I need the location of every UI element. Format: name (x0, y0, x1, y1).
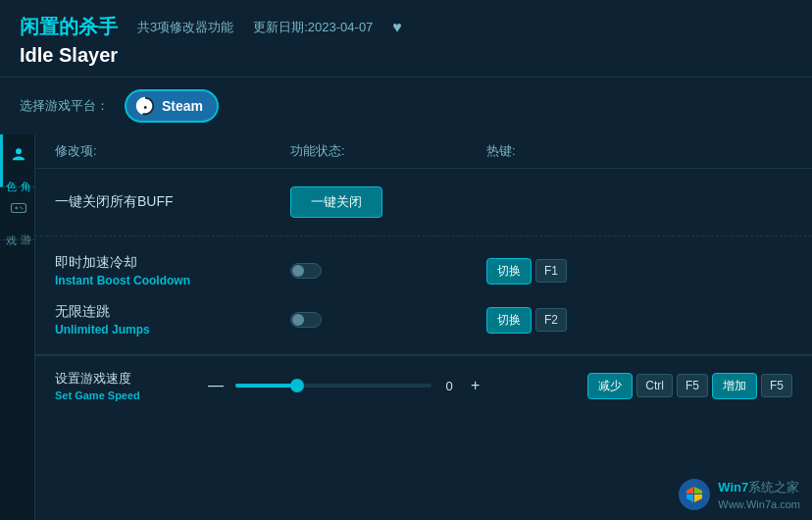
speed-dec-key2: F5 (677, 374, 708, 397)
header-meta-count: 共3项修改器功能 (137, 19, 233, 36)
buff-row: 一键关闭所有BUFF 一键关闭 (55, 179, 792, 226)
slider-fill (235, 384, 294, 388)
boost-toggle[interactable] (290, 263, 322, 279)
boost-toggle-knob (292, 265, 304, 277)
boost-row: 即时加速冷却 Instant Boost Cooldown 切换 F1 (55, 246, 792, 295)
toggle-section: 即时加速冷却 Instant Boost Cooldown 切换 F1 (35, 236, 812, 356)
slider-minus-icon[interactable]: — (204, 375, 228, 396)
col-header-status: 功能状态: (290, 142, 486, 160)
steam-logo-icon (134, 95, 156, 117)
speed-name-cn: 设置游戏速度 (55, 370, 192, 388)
jump-toggle[interactable] (290, 312, 322, 328)
header-meta-date: 更新日期:2023-04-07 (253, 19, 373, 36)
speed-mod-name: 设置游戏速度 Set Game Speed (55, 370, 192, 401)
jump-mod-name: 无限连跳 Unlimited Jumps (55, 303, 290, 337)
oneclick-button[interactable]: 一键关闭 (290, 186, 382, 218)
speed-dec-label[interactable]: 减少 (587, 373, 633, 399)
speed-name-en: Set Game Speed (55, 390, 192, 401)
steam-label: Steam (162, 98, 203, 114)
sidebar: 角色 游戏 (0, 134, 35, 520)
header: 闲置的杀手 共3项修改器功能 更新日期:2023-04-07 ♥ Idle Sl… (0, 0, 812, 78)
jump-hotkey: 切换 F2 (486, 307, 792, 334)
boost-status (290, 263, 486, 279)
platform-row: 选择游戏平台： Steam (0, 78, 812, 134)
platform-label: 选择游戏平台： (20, 97, 109, 115)
boost-hotkey-label[interactable]: 切换 (486, 258, 532, 285)
game-title-cn: 闲置的杀手 (20, 14, 118, 40)
steam-button[interactable]: Steam (125, 89, 219, 123)
col-header-hotkey: 热键: (486, 142, 792, 160)
sidebar-item-character[interactable]: 角色 (0, 134, 34, 187)
col-header-mod: 修改项: (55, 142, 290, 160)
buff-status: 一键关闭 (290, 186, 486, 218)
character-icon (10, 146, 27, 169)
game-title-en: Idle Slayer (20, 44, 792, 67)
sidebar-label-game: 游戏 (4, 226, 33, 228)
jump-hotkey-label[interactable]: 切换 (486, 307, 532, 334)
speed-slider-container: — 0 + (204, 375, 576, 396)
jump-row: 无限连跳 Unlimited Jumps 切换 F2 (55, 295, 792, 344)
slider-plus-icon[interactable]: + (467, 375, 483, 396)
boost-mod-name: 即时加速冷却 Instant Boost Cooldown (55, 254, 290, 287)
watermark-brand: Win7 (718, 480, 748, 494)
watermark-text: Win7系统之家 Www.Win7a.com (718, 479, 800, 511)
boost-hotkey: 切换 F1 (486, 258, 792, 285)
svg-point-6 (22, 208, 24, 210)
jump-status (290, 312, 486, 328)
jump-hotkey-key: F2 (535, 308, 567, 332)
main-panel: 修改项: 功能状态: 热键: 一键关闭所有BUFF 一键关闭 (35, 134, 812, 520)
boost-hotkey-group: 切换 F1 (486, 258, 567, 285)
sidebar-item-game[interactable]: 游戏 (0, 187, 34, 240)
jump-toggle-knob (292, 314, 304, 326)
speed-row: 设置游戏速度 Set Game Speed — 0 + 减少 (55, 370, 792, 401)
boost-hotkey-key: F1 (535, 259, 567, 283)
slider-track[interactable] (235, 384, 431, 388)
speed-hotkeys: 减少 Ctrl F5 增加 F5 (587, 373, 792, 399)
jump-hotkey-group: 切换 F2 (486, 307, 567, 334)
sidebar-label-character: 角色 (4, 173, 33, 175)
speed-dec-key1: Ctrl (636, 374, 673, 397)
svg-point-5 (21, 207, 23, 209)
buff-section: 一键关闭所有BUFF 一键关闭 (35, 169, 812, 236)
column-headers: 修改项: 功能状态: 热键: (35, 134, 812, 169)
buff-mod-name: 一键关闭所有BUFF (55, 193, 290, 211)
watermark-url: Www.Win7a.com (718, 498, 800, 510)
favorite-icon[interactable]: ♥ (392, 19, 402, 36)
win7-logo-icon (677, 477, 712, 512)
speed-inc-label[interactable]: 增加 (712, 373, 757, 399)
slider-knob[interactable] (290, 379, 304, 392)
svg-rect-2 (12, 204, 26, 213)
speed-inc-key: F5 (761, 374, 792, 397)
game-icon (10, 199, 27, 222)
speed-section: 设置游戏速度 Set Game Speed — 0 + 减少 (35, 356, 812, 415)
watermark: Win7系统之家 Www.Win7a.com (677, 477, 800, 512)
svg-point-1 (16, 148, 22, 154)
slider-value: 0 (439, 379, 459, 393)
